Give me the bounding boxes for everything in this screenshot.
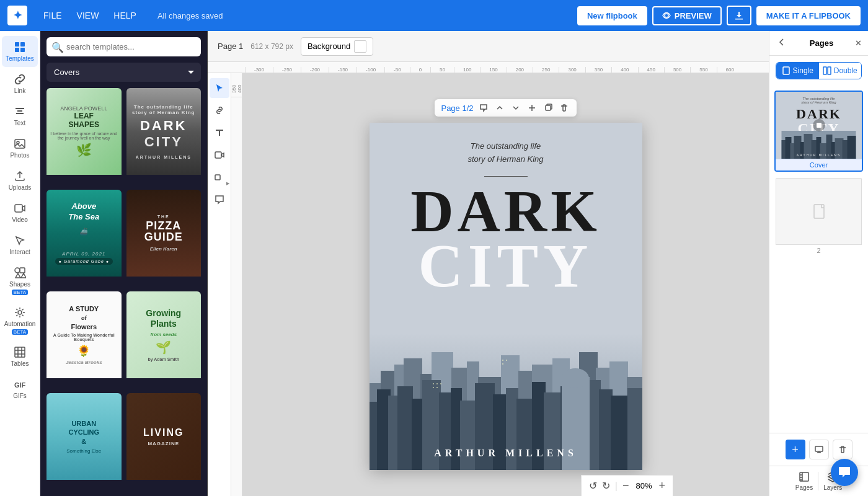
pages-list: The outstanding lifestory of Herman King…: [769, 86, 868, 433]
add-element-btn[interactable]: [526, 102, 538, 114]
svg-rect-59: [436, 383, 438, 384]
template-thumb-pizza-guide[interactable]: THE PIZZAGUIDE Ellen Karen: [126, 190, 202, 290]
video-icon: [14, 202, 26, 215]
comment-tool[interactable]: [210, 190, 229, 210]
template-thumb-urban-cycling[interactable]: UrbanCycling& Something Else: [46, 393, 122, 493]
grid-icon: [14, 41, 26, 53]
single-view-button[interactable]: Single: [776, 63, 819, 79]
template-thumb-living[interactable]: LIVING MAGAZINE: [126, 393, 202, 493]
double-label: Double: [834, 66, 857, 75]
topbar: ✦ FILE VIEW HELP All changes saved New f…: [0, 0, 868, 31]
right-panel: Pages ✕ Single Double The outstanding li…: [769, 31, 868, 496]
category-select[interactable]: Covers: [46, 63, 201, 82]
page-thumb-2[interactable]: 2: [774, 177, 863, 257]
pages-tab-icon[interactable]: Pages: [795, 471, 813, 491]
shapes-icon: [14, 267, 26, 279]
sidebar-item-link[interactable]: Link: [2, 68, 38, 99]
page-view-button[interactable]: [809, 440, 829, 459]
template-thumb-dark-city[interactable]: The outstanding lifestory of Herman King…: [126, 88, 202, 188]
plus-icon: [528, 104, 536, 112]
svg-point-57: [562, 368, 589, 388]
canvas-scroll-area[interactable]: Page 1/2: [242, 73, 769, 496]
svg-rect-9: [20, 268, 25, 273]
sidebar-item-photos[interactable]: Photos: [2, 133, 38, 164]
zoom-out-button[interactable]: −: [622, 479, 629, 492]
comment-btn[interactable]: [477, 102, 490, 114]
shapes-beta-badge: BETA: [12, 290, 28, 295]
tool-sidebar: ▶: [208, 73, 231, 496]
cursor-tool-icon: [215, 83, 224, 93]
page-thumb-1[interactable]: The outstanding lifestory of Herman King…: [774, 91, 863, 172]
file-menu[interactable]: FILE: [37, 7, 68, 24]
download-icon: [734, 11, 744, 20]
text-tool-icon: [215, 128, 224, 138]
new-flipbook-button[interactable]: New flipbook: [577, 6, 647, 25]
svg-rect-54: [611, 396, 629, 470]
template-thumb-leaf-shapes[interactable]: ANGELA POWELL LEAFSHAPES I believe in th…: [46, 88, 122, 188]
page-up-btn[interactable]: [494, 102, 506, 114]
sidebar-label-uploads: Uploads: [9, 184, 32, 191]
link-icon: [14, 73, 26, 86]
svg-rect-66: [783, 67, 789, 74]
svg-rect-15: [546, 105, 551, 110]
sidebar-label-text: Text: [14, 120, 25, 126]
sidebar-label-tables: Tables: [11, 360, 29, 367]
link-tool[interactable]: [210, 100, 229, 120]
text-tool[interactable]: [210, 123, 229, 143]
background-color-swatch[interactable]: [354, 40, 366, 53]
sidebar-label-gifs: GIFs: [13, 392, 27, 399]
search-input[interactable]: [46, 37, 201, 56]
page-1-preview: The outstanding lifestory of Herman King…: [776, 92, 862, 159]
svg-rect-1: [15, 42, 19, 46]
delete-page-button[interactable]: [833, 440, 852, 459]
svg-rect-7: [15, 205, 22, 212]
search-box: 🔍: [46, 37, 201, 56]
duplicate-btn[interactable]: [542, 102, 554, 114]
collapse-panel-button[interactable]: [776, 36, 788, 50]
undo-button[interactable]: ↺: [589, 480, 597, 492]
single-view-icon: [782, 66, 790, 75]
video-tool-icon: [215, 150, 224, 160]
make-flipbook-button[interactable]: MAKE IT A FLIPBOOK: [756, 6, 861, 25]
sidebar-item-video[interactable]: Video: [2, 197, 38, 228]
add-page-button[interactable]: +: [786, 440, 805, 459]
template-thumb-above-the-sea[interactable]: AboveThe Sea 🚢 APRIL 09, 2021 ● Garamond…: [46, 190, 122, 290]
sidebar-item-interact[interactable]: Interact: [2, 229, 38, 260]
comment-icon: [479, 104, 488, 112]
close-panel-button[interactable]: ✕: [855, 38, 862, 48]
sidebar-item-templates[interactable]: Templates: [2, 36, 38, 67]
svg-rect-61: [433, 387, 434, 388]
svg-point-10: [18, 311, 22, 314]
canvas-page[interactable]: The outstanding life story of Herman Kin…: [370, 123, 642, 470]
sidebar-item-tables[interactable]: Tables: [2, 341, 38, 372]
sidebar-item-text[interactable]: Text: [2, 100, 38, 131]
view-menu[interactable]: VIEW: [71, 7, 105, 24]
svg-point-0: [665, 14, 668, 17]
double-view-button[interactable]: Double: [819, 63, 862, 79]
sidebar-item-gifs[interactable]: GIF GIFs: [2, 373, 38, 404]
sidebar-item-automation[interactable]: Automation BETA: [2, 301, 38, 340]
video-tool[interactable]: [210, 145, 229, 165]
zoom-in-button[interactable]: +: [658, 479, 665, 492]
collapse-icon: [777, 37, 787, 47]
svg-text:GIF: GIF: [14, 381, 26, 389]
page-label: Page 1/2: [441, 104, 473, 113]
background-button[interactable]: Background: [301, 37, 373, 56]
redo-button[interactable]: ↻: [602, 480, 610, 492]
delete-btn[interactable]: [558, 102, 570, 114]
select-tool[interactable]: [210, 78, 229, 98]
copy-icon: [544, 104, 552, 112]
page-down-btn[interactable]: [510, 102, 522, 114]
template-thumb-plants[interactable]: GrowingPlants from seeds 🌱 by Adam Smith: [126, 291, 202, 391]
chat-fab-button[interactable]: [831, 459, 858, 486]
page-name: Page 1: [218, 42, 243, 51]
svg-rect-68: [828, 67, 831, 74]
sidebar-item-shapes[interactable]: Shapes BETA: [2, 262, 38, 300]
help-menu[interactable]: HELP: [107, 7, 143, 24]
preview-button[interactable]: PREVIEW: [652, 6, 722, 25]
svg-rect-62: [436, 387, 438, 388]
vertical-ruler: -100 -50 0 50 100 150 200 250 300 350 40…: [231, 73, 242, 496]
download-button[interactable]: [727, 6, 751, 25]
sidebar-item-uploads[interactable]: Uploads: [2, 165, 38, 196]
template-thumb-study-flowers[interactable]: A STUDYofFlowers A Guide To Making Wonde…: [46, 291, 122, 391]
